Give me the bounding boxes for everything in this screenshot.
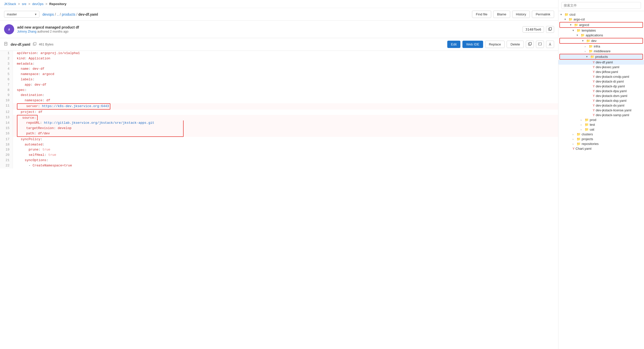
sep2: > (28, 2, 30, 6)
line-number: 15 (0, 126, 13, 131)
tree-item-applications[interactable]: ▾ 📁 applications (558, 33, 644, 38)
download-button[interactable] (546, 41, 554, 48)
list-item[interactable]: › Y dev-jkstack-dv.yaml (558, 103, 644, 108)
table-row: 5 namespace: argocd (0, 72, 558, 77)
breadcrumb-jkstack[interactable]: JKStack (4, 2, 16, 6)
line-number: 2 (0, 56, 13, 61)
line-code: syncOptions: (13, 158, 558, 163)
tree-item-uat[interactable]: › 📁 uat (558, 127, 644, 132)
list-item[interactable]: › Y dev-jkstack-di.yaml (558, 79, 644, 84)
list-item[interactable]: › Y dev-jkstack-dsm.yaml (558, 93, 644, 98)
web-ide-button[interactable]: Web IDE (462, 41, 483, 48)
tree-item-test[interactable]: › 📁 test (558, 122, 644, 127)
tree-item-projects[interactable]: › 📁 projects (558, 137, 644, 141)
tree-file-label: dev-jkflow.yaml (596, 70, 618, 74)
path-devops[interactable]: devops (42, 12, 54, 16)
tree-item-chart-yaml[interactable]: › Y Chart.yaml (558, 146, 644, 151)
tree-label-argo-cd: argo-cd (574, 17, 585, 21)
permalink-button[interactable]: Permalink (532, 11, 554, 18)
yaml-file-icon: Y (593, 109, 595, 112)
yaml-file-icon: Y (593, 89, 595, 93)
tree-file-label: dev-jkstack-dsm.yaml (596, 94, 627, 98)
breadcrumb-devops[interactable]: devOps (32, 2, 43, 6)
folder-icon: 📁 (577, 132, 581, 136)
copy-filename-icon[interactable] (33, 42, 36, 46)
line-number: 6 (0, 77, 13, 82)
list-item[interactable]: › Y dev-jkstack-dp.yaml (558, 84, 644, 89)
folder-icon: 📁 (589, 44, 593, 48)
line-code: spec: (13, 88, 558, 93)
expand-icon: ▾ (564, 18, 568, 21)
delete-button[interactable]: Delete (507, 41, 524, 48)
line-number: 17 (0, 137, 13, 142)
tree-file-label: dev-jkstack-cmdp.yaml (596, 75, 629, 79)
expand-icon: › (573, 142, 576, 145)
line-code: repoURL: http://gitlab.jkservice.org/jks… (13, 120, 558, 126)
list-item[interactable]: › Y dev-jkexec.yaml (558, 65, 644, 69)
folder-icon: 📁 (581, 33, 585, 37)
list-item[interactable]: › Y dev-jkstack-dsp.yaml (558, 98, 644, 103)
line-number: 16 (0, 131, 13, 137)
tree-item-dev[interactable]: ▾ 📁 dev (559, 38, 643, 44)
list-item[interactable]: › Y dev-jkflow.yaml (558, 69, 644, 74)
tree-item-prod[interactable]: › 📁 prod (558, 117, 644, 122)
commit-author[interactable]: Johnny Zhang (17, 30, 36, 33)
expand-icon: › (581, 118, 584, 121)
raw-button[interactable] (536, 41, 544, 48)
list-item[interactable]: › Y dev-jkstack-cmdp.yaml (558, 74, 644, 79)
tree-file-label: dev-jkstack-dsp.yaml (596, 99, 626, 103)
tree-item-argocd[interactable]: ▾ 📁 argocd (559, 22, 643, 28)
replace-button[interactable]: Replace (485, 41, 505, 48)
path-parent[interactable]: .. (57, 12, 59, 16)
line-number: 11 (0, 103, 13, 110)
line-number: 19 (0, 147, 13, 153)
line-code: source: (13, 115, 558, 121)
svg-rect-14 (538, 43, 541, 45)
find-file-button[interactable]: Find file (472, 11, 491, 18)
search-input[interactable] (561, 2, 641, 9)
breadcrumb-sre[interactable]: sre (22, 2, 27, 6)
list-item[interactable]: › Y dev-jkstack-dpa.yaml (558, 89, 644, 93)
table-row: 9 destination: (0, 93, 558, 98)
svg-rect-12 (529, 42, 531, 45)
sidebar-search (558, 0, 644, 11)
toolbar-buttons: Find file Blame History Permalink (472, 11, 554, 18)
tree-label-repositories: repositories (582, 142, 599, 146)
list-item[interactable]: › Y dev-df.yaml (558, 60, 644, 65)
tree-item-argo-cd[interactable]: ▾ 📁 argo-cd (558, 17, 644, 22)
table-row: 2kind: Application (0, 56, 558, 61)
path-products[interactable]: products (62, 12, 76, 16)
line-number: 5 (0, 72, 13, 77)
tree-label-applications: applications (586, 33, 603, 37)
table-row: 1apiVersion: argoproj.io/v1alpha1 (0, 51, 558, 56)
tree-item-middleware[interactable]: › 📁 middleware (558, 49, 644, 54)
line-code: destination: (13, 93, 558, 98)
blame-button[interactable]: Blame (493, 11, 510, 18)
tree-item-clusters[interactable]: › 📁 clusters (558, 132, 644, 137)
line-number: 13 (0, 115, 13, 121)
list-item[interactable]: › Y dev-jkstack-samp.yaml (558, 113, 644, 117)
code-view: 1apiVersion: argoproj.io/v1alpha12kind: … (0, 51, 558, 168)
tree-item-repositories[interactable]: › 📁 repositories (558, 141, 644, 146)
tree-item-infra[interactable]: › 📁 infra (558, 44, 644, 49)
line-number: 9 (0, 93, 13, 98)
yaml-file-icon: Y (593, 85, 595, 88)
file-size: 461 Bytes (39, 42, 54, 46)
copy-raw-button[interactable] (526, 41, 534, 48)
folder-icon: 📁 (586, 39, 590, 43)
tree-item-products[interactable]: ▾ 📁 products (559, 54, 643, 60)
yaml-file-icon: Y (593, 75, 595, 79)
expand-icon: › (581, 128, 584, 131)
tree-file-label: dev-jkstack-samp.yaml (596, 113, 629, 117)
tree-item-cicd[interactable]: ▾ 📁 cicd (558, 12, 644, 17)
tree-item-templates[interactable]: ▾ 📁 templates (558, 28, 644, 33)
history-button[interactable]: History (512, 11, 530, 18)
folder-icon: 📁 (568, 17, 573, 21)
line-code: namespace: argocd (13, 72, 558, 77)
table-row: 18 automated: (0, 142, 558, 147)
list-item[interactable]: › Y dev-jkstack-license.yaml (558, 108, 644, 113)
edit-button[interactable]: Edit (447, 41, 460, 48)
copy-hash-button[interactable] (546, 26, 554, 33)
branch-selector[interactable]: master ▾ (4, 11, 39, 18)
table-row: 21 syncOptions: (0, 158, 558, 163)
